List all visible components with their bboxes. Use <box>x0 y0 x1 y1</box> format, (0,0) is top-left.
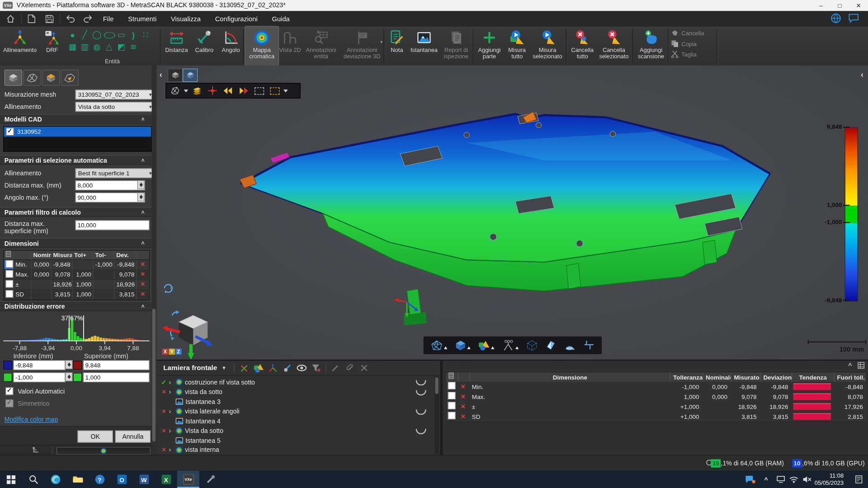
limit-color-swatch[interactable] <box>3 361 12 370</box>
taskbar-clock[interactable]: 11:08 05/05/2023 <box>815 472 844 486</box>
view-toggle-solid-colormap[interactable] <box>42 70 60 86</box>
excel-icon[interactable]: X <box>155 471 177 488</box>
colormap-progress-track[interactable] <box>57 447 151 455</box>
dimensions-row-sd[interactable]: SD3,8151,0003,815× <box>4 290 149 300</box>
rotation-center-icon[interactable]: ? <box>162 282 175 294</box>
remove-icon[interactable] <box>357 362 372 373</box>
clipping-dome-icon[interactable] <box>564 340 576 351</box>
dimension-row-checkbox[interactable] <box>5 290 13 298</box>
delete-dimension-icon[interactable]: × <box>137 260 149 270</box>
delete-dimension-icon[interactable]: × <box>137 290 149 300</box>
layers-entity-icon[interactable]: ≋ <box>130 42 137 52</box>
menu-item-visualizza[interactable]: Visualizza <box>171 15 201 23</box>
cancella-tutto-button[interactable]: Cancella tutto <box>568 27 597 66</box>
tree-title[interactable]: Lamiera frontale <box>163 364 217 372</box>
line-entity-icon[interactable]: ╱ <box>82 30 87 40</box>
tray-expand-icon[interactable]: ^ <box>760 471 773 488</box>
scanned-part-colormap-model[interactable] <box>157 65 868 359</box>
menu-item-file[interactable]: File <box>103 15 114 23</box>
delete-entity-icon[interactable] <box>237 362 251 373</box>
visibility-eye-icon[interactable] <box>295 362 309 373</box>
error-distribution-header[interactable]: Distribuzione errore˄ <box>0 301 157 311</box>
undo-icon[interactable] <box>63 13 78 25</box>
feedback-chat-icon[interactable] <box>848 13 861 25</box>
edge-browser-icon[interactable] <box>44 471 66 488</box>
bounding-box-icon[interactable] <box>526 340 537 351</box>
max-distance-spinner[interactable] <box>137 180 145 189</box>
calibro-button[interactable]: Calibro <box>191 27 217 66</box>
cross-section-icon[interactable] <box>584 340 594 351</box>
wifi-icon[interactable] <box>787 471 800 488</box>
view-toggle-mesh[interactable] <box>23 70 41 86</box>
expand-right-panel-icon[interactable]: ‹ <box>861 70 863 79</box>
max-angle-input[interactable] <box>75 192 145 202</box>
table-view-icon[interactable] <box>858 362 865 369</box>
maximize-button[interactable]: □ <box>830 0 849 11</box>
save-icon[interactable] <box>42 13 57 25</box>
selection-dropdown-icon[interactable] <box>184 89 189 92</box>
grid-entity-icon[interactable]: ▦ <box>69 42 76 52</box>
results-delete-icon[interactable]: × <box>457 382 469 392</box>
cylinder-entity-icon[interactable]: ▥ <box>81 42 89 52</box>
tree-scrollbar[interactable] <box>434 376 439 454</box>
mappa-cromatica-button[interactable]: Mappa cromatica <box>245 27 278 66</box>
results-row-checkbox[interactable] <box>448 382 456 389</box>
limit-value-input[interactable] <box>83 360 150 370</box>
deviation-colorbar[interactable] <box>845 127 858 302</box>
rectangle-entity-icon[interactable]: ▭ <box>117 30 125 40</box>
max-distance-input[interactable] <box>75 180 145 190</box>
word-icon[interactable]: W <box>133 471 155 488</box>
language-globe-icon[interactable] <box>830 13 844 25</box>
misura-tutto-button[interactable]: Misura tutto <box>504 27 530 66</box>
results-row-0[interactable]: ×Min.-1,0000,000-9,848-9,848-8,848 <box>445 382 866 392</box>
tree-title-dropdown-icon[interactable]: ▼ <box>222 365 226 371</box>
clear-filter-icon[interactable] <box>309 362 323 373</box>
tree-item[interactable]: Istantanea 3 <box>157 397 434 406</box>
auto-selection-header[interactable]: Parametri di selezione automatica˄ <box>0 155 157 165</box>
start-button[interactable] <box>0 471 22 488</box>
attach-icon[interactable] <box>343 362 357 373</box>
left-panel-scrollbar[interactable] <box>152 65 156 455</box>
dimension-row-checkbox[interactable] <box>5 270 13 278</box>
minimize-button[interactable]: – <box>811 0 830 11</box>
speaker-mute-icon[interactable] <box>801 471 814 488</box>
limit-spinner[interactable] <box>65 360 72 369</box>
outlook-icon[interactable]: O <box>111 471 133 488</box>
delete-dimension-icon[interactable]: × <box>137 280 149 290</box>
cone-entity-icon[interactable]: △ <box>106 42 112 52</box>
utility-app-icon[interactable] <box>199 471 222 488</box>
previous-view-icon[interactable] <box>222 84 235 97</box>
limit-value-input[interactable] <box>13 360 65 370</box>
entities-filter-icon[interactable] <box>251 362 266 373</box>
new-file-icon[interactable] <box>24 13 39 25</box>
tree-expander-icon[interactable]: › <box>169 427 175 434</box>
collapse-left-panel-icon[interactable]: ‹ <box>160 70 162 79</box>
entities-display-icon[interactable] <box>478 340 495 351</box>
drf-button[interactable]: DRF <box>40 27 64 66</box>
teams-chat-icon[interactable] <box>742 471 759 488</box>
tree-item[interactable]: ×›vista laterale angoli <box>157 406 434 416</box>
redo-icon[interactable] <box>81 13 95 25</box>
taskbar-search-icon[interactable] <box>22 471 44 488</box>
viewport-tab-2[interactable] <box>183 69 198 82</box>
filter-params-header[interactable]: Parametri filtro di calcolo˄ <box>0 207 157 217</box>
results-delete-icon[interactable]: × <box>457 412 469 422</box>
toolbar-more-icon[interactable] <box>283 89 288 92</box>
max-surface-distance-input[interactable] <box>75 220 150 230</box>
view-toggle-mesh-colormap[interactable] <box>61 70 79 86</box>
clipping-plane-icon[interactable] <box>545 340 556 351</box>
dimension-row-checkbox[interactable] <box>5 280 13 288</box>
entity-icon-grid[interactable]: ●╱◯◯▭)∷▦▥◍△◩≋ <box>66 29 158 56</box>
dimensions-row-max[interactable]: Max.0,0009,0781,0009,078× <box>4 270 149 280</box>
tree-item[interactable]: Istantanea 5 <box>157 436 434 445</box>
tree-expander-icon[interactable]: › <box>169 446 175 454</box>
colormap-curve-icon[interactable] <box>416 390 426 395</box>
cad-models-header[interactable]: Modelli CAD˄ <box>0 114 157 124</box>
zoom-window-icon[interactable] <box>252 84 265 97</box>
navigation-cube[interactable]: X Y Z <box>161 309 223 360</box>
dimension-row-checkbox[interactable] <box>5 260 13 268</box>
surface-entity-icon[interactable]: ◩ <box>117 42 125 52</box>
results-delete-icon[interactable]: × <box>457 402 469 412</box>
cad-display-icon[interactable] <box>455 340 470 351</box>
annulla-button[interactable]: Annulla <box>115 431 151 443</box>
